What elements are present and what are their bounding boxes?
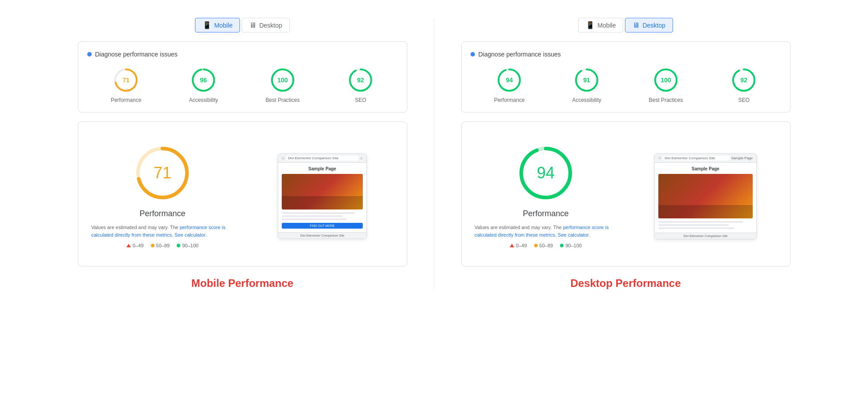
right-tab-desktop[interactable]: 🖥 Desktop bbox=[625, 18, 673, 32]
left-tab-mobile[interactable]: 📱 Mobile bbox=[195, 18, 240, 32]
left-legend-50-89: 50–89 bbox=[151, 243, 170, 248]
right-browser-dot bbox=[658, 157, 661, 159]
right-browser-title: Sample Page bbox=[658, 166, 753, 171]
right-legend-row: 0–49 50–89 90–100 bbox=[510, 243, 582, 248]
right-values-note: Values are estimated and may vary. The p… bbox=[475, 224, 617, 238]
left-circle-performance: 71 bbox=[113, 67, 139, 93]
right-big-perf-label: Performance bbox=[523, 209, 568, 218]
right-legend-orange-dot bbox=[534, 244, 538, 247]
right-panel: 📱 Mobile 🖥 Desktop Diagnose performance … bbox=[461, 18, 791, 290]
right-values-link2[interactable]: See calculator. bbox=[558, 232, 590, 238]
right-browser-bar: Divi Elementor Comparison Site Sample Pa… bbox=[655, 154, 756, 163]
right-score-seo: 92 SEO bbox=[730, 67, 757, 103]
right-mobile-icon: 📱 bbox=[586, 21, 595, 29]
left-circle-seo: 92 bbox=[347, 67, 374, 93]
left-legend-50-89-label: 50–89 bbox=[156, 243, 170, 248]
mobile-icon: 📱 bbox=[203, 21, 211, 29]
panel-divider bbox=[434, 18, 434, 290]
right-score-performance: 94 Performance bbox=[494, 67, 525, 103]
right-legend-50-89-label: 50–89 bbox=[539, 243, 553, 248]
left-line-2 bbox=[282, 215, 343, 217]
right-diagnose-dot bbox=[471, 52, 475, 56]
right-score-seo-value: 92 bbox=[740, 77, 747, 84]
left-browser-footer: Divi Elementor Comparison Site bbox=[278, 232, 366, 238]
right-score-perf-label: Performance bbox=[494, 97, 525, 103]
right-legend-90-100: 90–100 bbox=[560, 243, 582, 248]
left-tab-row: 📱 Mobile 🖥 Desktop bbox=[195, 18, 290, 32]
left-values-link2[interactable]: See calculator. bbox=[174, 232, 207, 238]
right-browser-image bbox=[658, 174, 753, 218]
left-score-accessibility: 96 Accessibility bbox=[189, 67, 218, 103]
right-tab-mobile[interactable]: 📱 Mobile bbox=[578, 18, 623, 32]
left-browser-title: Sample Page bbox=[282, 166, 363, 171]
right-browser-footer: Divi Elementor Comparison Site bbox=[655, 233, 756, 239]
left-circle-accessibility: 96 bbox=[190, 67, 217, 93]
left-legend-0-49-label: 0–49 bbox=[133, 243, 143, 248]
left-content-right: Divi Elementor Comparison Site Sample Pa… bbox=[247, 135, 398, 257]
left-score-bestpractices: 100 Best Practices bbox=[266, 67, 300, 103]
left-score-acc-label: Accessibility bbox=[189, 97, 218, 103]
right-score-acc-label: Accessibility bbox=[572, 97, 601, 103]
left-big-circle: 71 bbox=[134, 144, 191, 202]
right-desktop-icon: 🖥 bbox=[633, 21, 640, 29]
left-browser-image bbox=[282, 174, 363, 210]
right-big-circle: 94 bbox=[517, 144, 575, 202]
left-legend-90-100-label: 90–100 bbox=[182, 243, 199, 248]
left-diagnose-header: Diagnose performance issues bbox=[87, 51, 398, 58]
left-score-seo-label: SEO bbox=[355, 97, 366, 103]
right-score-bp-value: 100 bbox=[661, 77, 671, 84]
left-panel: 📱 Mobile 🖥 Desktop Diagnose performance … bbox=[78, 18, 407, 290]
right-diagnose-card: Diagnose performance issues 94 Performan… bbox=[461, 41, 791, 113]
right-circle-seo: 92 bbox=[730, 67, 757, 93]
right-tab-mobile-label: Mobile bbox=[597, 22, 616, 29]
left-content-inner: 71 Performance Values are estimated and … bbox=[87, 135, 398, 257]
left-section-title: Mobile Performance bbox=[191, 277, 293, 290]
left-tab-desktop[interactable]: 🖥 Desktop bbox=[242, 18, 289, 32]
left-main-content: 71 Performance Values are estimated and … bbox=[78, 121, 407, 266]
right-legend-0-49: 0–49 bbox=[510, 243, 527, 248]
right-tab-desktop-label: Desktop bbox=[642, 22, 665, 29]
left-tab-desktop-label: Desktop bbox=[259, 22, 282, 29]
left-diagnose-title: Diagnose performance issues bbox=[95, 51, 178, 58]
left-diagnose-card: Diagnose performance issues 71 Performan… bbox=[78, 41, 407, 113]
left-browser-dot2 bbox=[360, 157, 363, 160]
left-tab-mobile-label: Mobile bbox=[214, 22, 232, 29]
right-circle-performance: 94 bbox=[496, 67, 523, 93]
left-score-seo: 92 SEO bbox=[347, 67, 374, 103]
right-browser-text-lines bbox=[658, 221, 753, 229]
right-legend-green-dot bbox=[560, 244, 564, 247]
desktop-icon: 🖥 bbox=[249, 21, 256, 29]
right-score-seo-label: SEO bbox=[738, 97, 749, 103]
left-browser-btn: FIND OUT MORE bbox=[282, 223, 363, 229]
left-score-perf-value: 71 bbox=[122, 77, 130, 84]
right-circle-accessibility: 91 bbox=[573, 67, 600, 93]
left-score-row: 71 Performance 96 Accessibility bbox=[87, 67, 398, 103]
right-browser-extra: Sample Page bbox=[731, 156, 753, 160]
right-browser-content: Sample Page bbox=[655, 163, 756, 233]
right-section-title: Desktop Performance bbox=[570, 277, 681, 290]
left-score-perf-label: Performance bbox=[111, 97, 142, 103]
right-score-bp-label: Best Practices bbox=[649, 97, 683, 103]
left-browser-url: Divi Elementor Comparison Site bbox=[286, 156, 358, 161]
left-legend-90-100: 90–100 bbox=[177, 243, 199, 248]
left-circle-bestpractices: 100 bbox=[269, 67, 296, 93]
left-values-note-before: Values are estimated and may vary. The bbox=[91, 225, 178, 230]
left-line-1 bbox=[282, 212, 355, 214]
left-browser-mock: Divi Elementor Comparison Site Sample Pa… bbox=[278, 153, 367, 239]
left-browser-text-lines bbox=[282, 212, 363, 220]
left-diagnose-dot bbox=[87, 52, 92, 56]
right-diagnose-header: Diagnose performance issues bbox=[471, 51, 781, 58]
left-values-note: Values are estimated and may vary. The p… bbox=[91, 224, 234, 238]
right-circle-bestpractices: 100 bbox=[653, 67, 679, 93]
left-browser-dot bbox=[282, 157, 284, 160]
left-legend-orange-dot bbox=[151, 244, 154, 247]
right-score-accessibility: 91 Accessibility bbox=[572, 67, 601, 103]
right-values-note-before: Values are estimated and may vary. The bbox=[475, 225, 562, 230]
left-big-perf-label: Performance bbox=[139, 209, 185, 218]
left-browser-content: Sample Page FIND OUT MORE bbox=[278, 163, 366, 232]
right-diagnose-title: Diagnose performance issues bbox=[479, 51, 561, 58]
left-line-3 bbox=[282, 218, 347, 220]
right-browser-mock: Divi Elementor Comparison Site Sample Pa… bbox=[654, 153, 757, 239]
left-score-bp-label: Best Practices bbox=[266, 97, 300, 103]
left-score-bp-value: 100 bbox=[277, 77, 288, 84]
